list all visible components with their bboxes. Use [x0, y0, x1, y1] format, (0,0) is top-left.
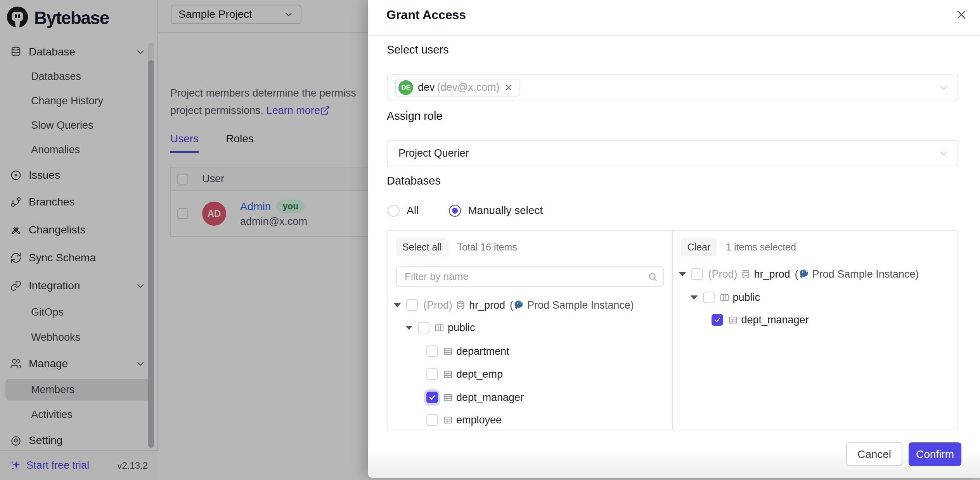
schema-icon: [719, 292, 730, 303]
schema-icon: [434, 323, 445, 333]
grant-access-modal: Grant Access Select users DE dev (dev@x.…: [368, 0, 980, 478]
tree-row-dept-emp[interactable]: dept_emp: [426, 363, 503, 385]
caret-down-icon[interactable]: [691, 295, 698, 300]
app-root: Bytebase Database Databases Change Histo…: [0, 0, 980, 480]
tree-checkbox-checked[interactable]: [426, 392, 438, 403]
postgres-icon: [798, 269, 809, 280]
tree-row-public[interactable]: public: [691, 287, 760, 308]
tree-row-department[interactable]: department: [426, 340, 509, 362]
radio-all-label: All: [407, 204, 419, 217]
user-chip-dev: DE dev (dev@x.com): [395, 79, 519, 97]
caret-down-icon[interactable]: [394, 303, 401, 307]
filter-input-wrap: [396, 266, 664, 287]
modal-header: Grant Access: [368, 0, 980, 36]
check-icon: [713, 316, 721, 324]
tree-checkbox-checked[interactable]: [712, 314, 723, 326]
paren: (: [510, 299, 513, 311]
tree-row-hr-prod[interactable]: (Prod) hr_prod ( Prod Sample Instance): [679, 263, 919, 285]
radio-all[interactable]: [388, 205, 400, 217]
tree-checkbox[interactable]: [703, 292, 715, 303]
env-label: (Prod): [423, 299, 452, 311]
chevron-down-icon: [938, 82, 949, 93]
databases-label: Databases: [387, 174, 441, 187]
database-name: hr_prod: [754, 268, 790, 280]
tree-row-hr-prod[interactable]: (Prod) hr_prod ( Prod Sample Instance): [394, 294, 634, 316]
selected-panel: Clear 1 items selected (Prod) hr_prod ( …: [673, 231, 958, 430]
select-users-label: Select users: [387, 43, 449, 56]
clear-button[interactable]: Clear: [681, 238, 717, 256]
tree-checkbox[interactable]: [426, 414, 438, 426]
instance-label: Prod Sample Instance): [527, 299, 634, 311]
table-name: dept_manager: [741, 314, 809, 326]
tree-row-employee[interactable]: employee: [426, 409, 502, 430]
total-items-text: Total 16 items: [457, 242, 517, 253]
schema-name: public: [733, 292, 760, 304]
cancel-button[interactable]: Cancel: [846, 442, 902, 466]
table-icon: [443, 369, 453, 380]
paren: (: [795, 268, 798, 280]
table-icon: [443, 346, 453, 357]
table-name: employee: [456, 414, 502, 426]
select-all-button[interactable]: Select all: [396, 238, 448, 256]
check-icon: [428, 394, 436, 401]
filter-input[interactable]: [397, 267, 663, 286]
selected-count-text: 1 items selected: [726, 242, 796, 253]
database-scope-radios: All Manually select: [388, 204, 543, 217]
tree-row-public[interactable]: public: [405, 317, 475, 338]
chip-user-name: dev: [418, 81, 435, 93]
radio-manual-label: Manually select: [468, 204, 543, 217]
users-multiselect[interactable]: DE dev (dev@x.com): [387, 74, 958, 100]
database-icon: [455, 300, 466, 311]
table-icon: [443, 415, 453, 425]
close-icon: [955, 9, 968, 21]
chip-user-email: (dev@x.com): [437, 81, 500, 93]
caret-down-icon[interactable]: [405, 326, 412, 330]
table-name: dept_manager: [456, 392, 524, 404]
database-name: hr_prod: [469, 299, 505, 311]
modal-title: Grant Access: [386, 8, 466, 22]
table-name: dept_emp: [456, 368, 503, 380]
confirm-button[interactable]: Confirm: [909, 442, 961, 466]
close-button[interactable]: [954, 7, 969, 22]
radio-manually-select[interactable]: [449, 205, 461, 217]
search-icon: [648, 272, 658, 282]
role-value: Project Querier: [398, 147, 469, 159]
tree-row-dept-manager[interactable]: dept_manager: [426, 387, 524, 408]
remove-chip-icon[interactable]: [504, 83, 513, 92]
chevron-down-icon: [938, 148, 949, 159]
tree-checkbox[interactable]: [406, 299, 418, 311]
role-select[interactable]: Project Querier: [387, 140, 958, 166]
postgres-icon: [513, 300, 524, 311]
schema-name: public: [448, 322, 475, 334]
tree-row-dept-manager[interactable]: dept_manager: [712, 309, 809, 331]
tree-checkbox[interactable]: [426, 345, 438, 357]
instance-label: Prod Sample Instance): [812, 268, 919, 280]
database-transfer-panel: Select all Total 16 items (Prod) hr_prod…: [387, 230, 958, 430]
tree-checkbox[interactable]: [691, 268, 703, 280]
env-label: (Prod): [708, 268, 738, 280]
avatar: DE: [398, 80, 413, 95]
caret-down-icon[interactable]: [679, 272, 686, 276]
database-icon: [741, 269, 751, 280]
assign-role-label: Assign role: [387, 110, 442, 123]
tree-checkbox[interactable]: [418, 322, 429, 333]
table-icon: [728, 315, 738, 325]
source-panel: Select all Total 16 items (Prod) hr_prod…: [388, 231, 673, 430]
table-name: department: [456, 345, 509, 357]
table-icon: [443, 392, 453, 403]
tree-checkbox[interactable]: [426, 368, 438, 380]
